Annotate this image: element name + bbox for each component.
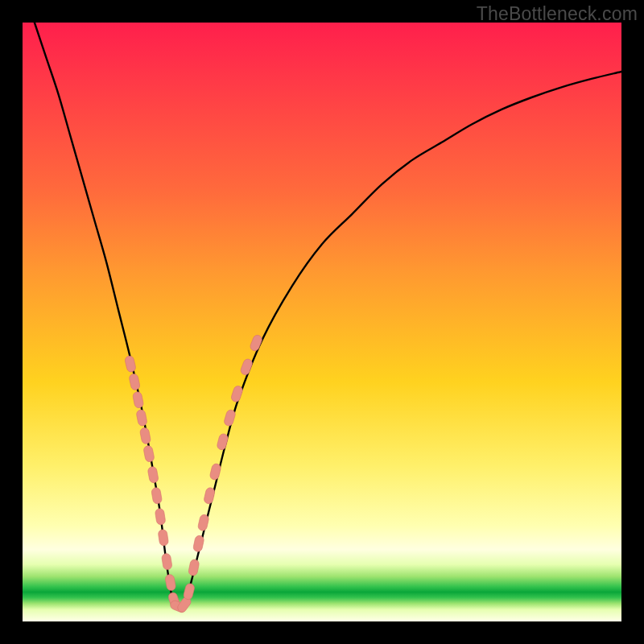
highlight-marker bbox=[136, 409, 148, 427]
highlight-marker bbox=[217, 433, 229, 451]
highlight-marker bbox=[158, 529, 169, 546]
highlight-marker bbox=[183, 583, 196, 601]
highlight-marker bbox=[240, 358, 254, 377]
highlight-marker bbox=[197, 514, 209, 531]
highlight-marker bbox=[203, 487, 215, 505]
highlight-marker bbox=[151, 487, 163, 505]
highlight-marker bbox=[188, 559, 200, 576]
watermark-text: TheBottleneck.com bbox=[477, 3, 638, 25]
curve-svg bbox=[23, 23, 621, 621]
highlight-marker bbox=[155, 508, 166, 525]
highlighted-points-group bbox=[124, 334, 263, 614]
highlight-marker bbox=[161, 553, 172, 570]
highlight-marker bbox=[209, 463, 221, 481]
highlight-marker bbox=[249, 334, 263, 353]
highlight-marker bbox=[124, 355, 136, 373]
highlight-marker bbox=[132, 391, 144, 409]
highlight-marker bbox=[129, 373, 141, 390]
highlight-marker bbox=[223, 409, 236, 427]
highlight-marker bbox=[230, 385, 244, 402]
highlight-marker bbox=[165, 574, 176, 592]
highlight-marker bbox=[139, 427, 151, 444]
highlight-marker bbox=[192, 535, 204, 552]
plot-area bbox=[23, 23, 621, 621]
chart-stage: TheBottleneck.com bbox=[0, 0, 644, 644]
highlight-marker bbox=[147, 466, 159, 484]
bottleneck-curve bbox=[35, 23, 621, 607]
highlight-marker bbox=[143, 445, 155, 463]
